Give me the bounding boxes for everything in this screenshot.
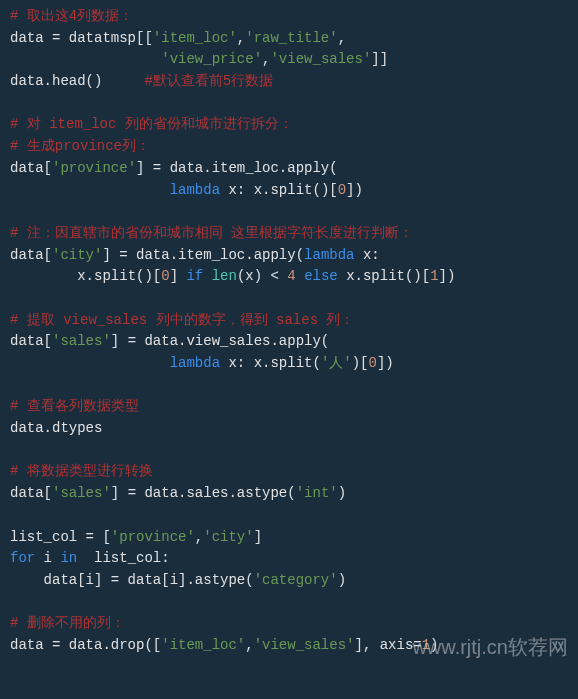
code-line: data = datatmsp[['item_loc','raw_title', xyxy=(10,30,346,46)
code-line: for i in list_col: xyxy=(10,550,170,566)
code-line: data['city'] = data.item_loc.apply(lambd… xyxy=(10,247,380,263)
comment: # 提取 view_sales 列中的数字，得到 sales 列： xyxy=(10,312,354,328)
comment: # 将数据类型进行转换 xyxy=(10,463,153,479)
code-line: data = data.drop(['item_loc','view_sales… xyxy=(10,637,439,653)
code-line: 'view_price','view_sales']] xyxy=(10,51,388,67)
code-line: list_col = ['province','city'] xyxy=(10,529,262,545)
code-block: # 取出这4列数据： data = datatmsp[['item_loc','… xyxy=(10,6,568,657)
code-line: data.dtypes xyxy=(10,420,102,436)
comment: # 删除不用的列： xyxy=(10,615,125,631)
code-line: lambda x: x.split()[0]) xyxy=(10,182,363,198)
comment: #默认查看前5行数据 xyxy=(144,73,273,89)
code-line: data['province'] = data.item_loc.apply( xyxy=(10,160,338,176)
code-line: data['sales'] = data.sales.astype('int') xyxy=(10,485,346,501)
code-line: data[i] = data[i].astype('category') xyxy=(10,572,346,588)
comment: # 对 item_loc 列的省份和城市进行拆分： xyxy=(10,116,293,132)
code-line: data['sales'] = data.view_sales.apply( xyxy=(10,333,329,349)
comment: # 取出这4列数据： xyxy=(10,8,133,24)
code-line: x.split()[0] if len(x) < 4 else x.split(… xyxy=(10,268,455,284)
code-line: data.head() #默认查看前5行数据 xyxy=(10,73,273,89)
comment: # 生成province列： xyxy=(10,138,150,154)
code-line: lambda x: x.split('人')[0]) xyxy=(10,355,394,371)
comment: # 注：因直辖市的省份和城市相同 这里根据字符长度进行判断： xyxy=(10,225,413,241)
comment: # 查看各列数据类型 xyxy=(10,398,139,414)
